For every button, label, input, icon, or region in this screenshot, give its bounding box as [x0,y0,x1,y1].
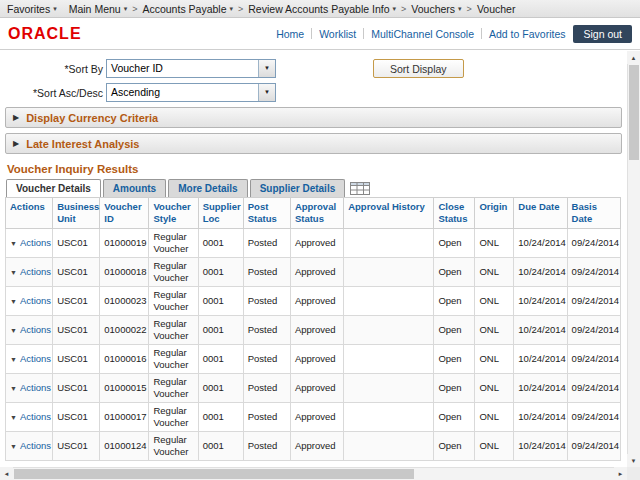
breadcrumb-item[interactable]: Accounts Payable▾ [142,3,233,15]
cell: Posted [243,431,290,460]
header-link-add-to-favorites[interactable]: Add to Favorites [489,28,565,40]
breadcrumb-item[interactable]: Review Accounts Payable Info▾ [248,3,396,15]
chevron-down-icon: ▾ [53,5,57,13]
column-header-business-unit[interactable]: Business Unit [53,198,100,229]
expand-arrow-icon[interactable]: ▶ [13,113,19,122]
cell-actions: ▼Actions [6,344,53,373]
cell: Approved [290,286,343,315]
cell: Posted [243,286,290,315]
expand-arrow-icon[interactable]: ▶ [13,139,19,148]
vertical-scroll-thumb[interactable] [629,65,639,160]
scroll-right-icon[interactable]: ► [614,467,627,480]
table-row: ▼ActionsUSC0101000018Regular Voucher0001… [6,257,621,286]
tab-voucher-details[interactable]: Voucher Details [6,179,101,197]
section-late-interest-analysis[interactable]: ▶ Late Interest Analysis [5,133,622,154]
column-header-actions[interactable]: Actions [6,198,53,229]
cell [344,431,434,460]
actions-link[interactable]: Actions [20,295,51,306]
section-display-currency-criteria[interactable]: ▶ Display Currency Criteria [5,107,622,128]
sort-display-button[interactable]: Sort Display [373,59,464,78]
show-all-columns-icon[interactable] [350,182,370,195]
cell: 10/24/2014 [514,257,567,286]
breadcrumb-item-label: Favorites [7,3,50,15]
tab-amounts[interactable]: Amounts [103,179,166,197]
actions-link[interactable]: Actions [20,324,51,335]
cell-actions: ▼Actions [6,228,53,257]
breadcrumb-item[interactable]: Voucher [477,3,516,15]
sign-out-button[interactable]: Sign out [573,25,632,43]
cell: Approved [290,315,343,344]
column-header-close-status[interactable]: Close Status [434,198,475,229]
table-row: ▼ActionsUSC0101000124Regular Voucher0001… [6,431,621,460]
horizontal-scroll-thumb[interactable] [14,469,414,479]
cell [344,228,434,257]
column-header-voucher-style[interactable]: Voucher Style [149,198,198,229]
actions-link[interactable]: Actions [20,266,51,277]
dropdown-arrow-icon[interactable]: ▼ [258,84,275,101]
cell: 0001 [198,431,243,460]
tab-more-details[interactable]: More Details [168,179,247,197]
breadcrumb-item[interactable]: Main Menu▾ [69,3,127,15]
cell: 01000018 [100,257,149,286]
dropdown-arrow-icon[interactable]: ▼ [258,60,275,77]
related-actions-icon[interactable]: ▼ [10,356,17,363]
actions-link[interactable]: Actions [20,237,51,248]
column-header-voucher-id[interactable]: Voucher ID [100,198,149,229]
related-actions-icon[interactable]: ▼ [10,269,17,276]
cell: 01000023 [100,286,149,315]
column-header-basis-date[interactable]: Basis Date [567,198,620,229]
breadcrumb-item[interactable]: Vouchers▾ [411,3,461,15]
cell: ONL [475,286,514,315]
column-header-post-status[interactable]: Post Status [243,198,290,229]
actions-link[interactable]: Actions [20,353,51,364]
scroll-down-icon[interactable]: ▼ [627,454,640,467]
vertical-scrollbar[interactable]: ▲ ▼ [627,51,640,467]
breadcrumb-item-label: Accounts Payable [142,3,226,15]
related-actions-icon[interactable]: ▼ [10,385,17,392]
sort-by-select[interactable]: Voucher ID ▼ [106,59,276,78]
cell: Posted [243,257,290,286]
tab-supplier-details[interactable]: Supplier Details [250,179,346,197]
cell: 01000015 [100,373,149,402]
actions-link[interactable]: Actions [20,382,51,393]
column-header-approval-status[interactable]: Approval Status [290,198,343,229]
cell: 09/24/2014 [567,431,620,460]
cell-actions: ▼Actions [6,402,53,431]
cell: Approved [290,431,343,460]
section-label: Display Currency Criteria [26,112,158,124]
column-header-approval-history[interactable]: Approval History [344,198,434,229]
related-actions-icon[interactable]: ▼ [10,240,17,247]
page-content: *Sort By Voucher ID ▼ Sort Display *Sort… [0,51,627,467]
cell: Open [434,286,475,315]
related-actions-icon[interactable]: ▼ [10,443,17,450]
cell: 0001 [198,402,243,431]
cell: Posted [243,402,290,431]
sort-asc-desc-select[interactable]: Ascending ▼ [106,83,276,102]
cell [344,257,434,286]
cell [344,373,434,402]
cell: 10/24/2014 [514,431,567,460]
header-link-worklist[interactable]: Worklist [319,28,356,40]
horizontal-scrollbar[interactable]: ◄ ► [0,467,627,480]
cell: 09/24/2014 [567,344,620,373]
column-header-due-date[interactable]: Due Date [514,198,567,229]
actions-link[interactable]: Actions [20,411,51,422]
related-actions-icon[interactable]: ▼ [10,414,17,421]
scroll-up-icon[interactable]: ▲ [627,51,640,64]
cell: 09/24/2014 [567,315,620,344]
related-actions-icon[interactable]: ▼ [10,327,17,334]
column-header-supplier-loc[interactable]: Supplier Loc [198,198,243,229]
header-link-home[interactable]: Home [276,28,304,40]
cell: Open [434,373,475,402]
cell: USC01 [53,228,100,257]
header-link-multichannel-console[interactable]: MultiChannel Console [371,28,474,40]
scroll-left-icon[interactable]: ◄ [0,467,13,480]
cell [344,402,434,431]
column-header-origin[interactable]: Origin [475,198,514,229]
breadcrumb-item[interactable]: Favorites▾ [7,3,57,15]
related-actions-icon[interactable]: ▼ [10,298,17,305]
cell: 10/24/2014 [514,315,567,344]
actions-link[interactable]: Actions [20,440,51,451]
oracle-logo: ORACLE [8,25,82,43]
header-link-divider [311,28,312,39]
